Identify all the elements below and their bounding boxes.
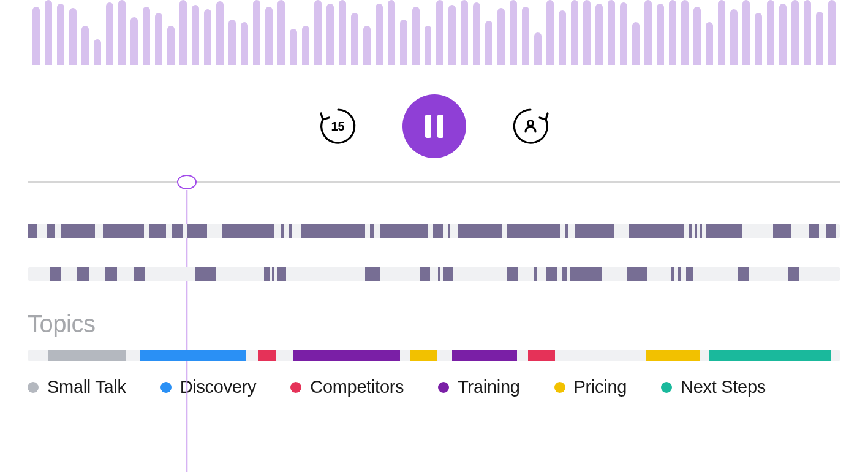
- speech-segment[interactable]: [61, 224, 95, 238]
- topic-segment-discovery[interactable]: [140, 350, 246, 361]
- speech-segment[interactable]: [826, 224, 836, 238]
- speech-segment[interactable]: [700, 224, 702, 238]
- speech-segment[interactable]: [301, 224, 365, 238]
- waveform-bar: [363, 26, 371, 65]
- speech-segment[interactable]: [629, 224, 684, 238]
- speech-segment[interactable]: [689, 224, 693, 238]
- speech-segment[interactable]: [788, 267, 799, 281]
- speech-segment[interactable]: [534, 267, 537, 281]
- legend-item-competitors[interactable]: Competitors: [290, 377, 404, 397]
- pause-button[interactable]: [402, 94, 466, 158]
- speech-segment[interactable]: [149, 224, 166, 238]
- topic-segment-competitors[interactable]: [258, 350, 277, 361]
- speech-segment[interactable]: [187, 224, 207, 238]
- topic-segment-pricing[interactable]: [410, 350, 437, 361]
- speech-segment[interactable]: [433, 224, 443, 238]
- speech-segment[interactable]: [448, 224, 450, 238]
- legend-item-training[interactable]: Training: [438, 377, 519, 397]
- speech-segment[interactable]: [546, 267, 558, 281]
- playhead-handle[interactable]: [177, 175, 197, 189]
- speech-segment[interactable]: [134, 267, 146, 281]
- speech-segment[interactable]: [773, 224, 791, 238]
- waveform-bar: [376, 4, 383, 65]
- legend-item-next_steps[interactable]: Next Steps: [661, 377, 766, 397]
- speech-segment[interactable]: [458, 224, 501, 238]
- waveform-bar: [448, 5, 456, 65]
- legend-label: Next Steps: [681, 377, 766, 397]
- waveform-bar: [755, 13, 762, 65]
- speech-segment[interactable]: [172, 224, 183, 238]
- waveform-bar: [693, 7, 701, 65]
- speech-segment[interactable]: [575, 224, 614, 238]
- waveform-bar: [216, 1, 224, 65]
- waveform-bar: [179, 0, 187, 65]
- waveform-bar: [718, 0, 725, 65]
- speech-segment[interactable]: [380, 224, 429, 238]
- waveform-bar: [32, 7, 40, 65]
- speech-segment[interactable]: [281, 224, 284, 238]
- speech-segment[interactable]: [277, 267, 286, 281]
- speech-segment[interactable]: [671, 267, 675, 281]
- speaker-2-track[interactable]: [28, 267, 840, 281]
- speech-segment[interactable]: [507, 224, 560, 238]
- waveform-bar: [302, 26, 309, 65]
- waveform-bar: [510, 0, 517, 65]
- speech-segment[interactable]: [686, 267, 693, 281]
- speech-segment[interactable]: [678, 267, 681, 281]
- waveform-bar: [742, 0, 750, 65]
- speech-segment[interactable]: [370, 224, 374, 238]
- topic-segment-pricing[interactable]: [646, 350, 700, 361]
- speech-segment[interactable]: [222, 224, 274, 238]
- legend-dot: [661, 382, 672, 393]
- speech-segment[interactable]: [272, 267, 274, 281]
- legend-dot: [554, 382, 565, 393]
- speech-segment[interactable]: [264, 267, 270, 281]
- speech-segment[interactable]: [438, 267, 440, 281]
- skip-to-next-speaker-button[interactable]: [509, 105, 552, 148]
- speech-segment[interactable]: [738, 267, 749, 281]
- speech-segment[interactable]: [627, 267, 647, 281]
- waveform-bar: [436, 0, 443, 65]
- legend-item-small_talk[interactable]: Small Talk: [28, 377, 126, 397]
- speech-segment[interactable]: [105, 267, 117, 281]
- waveform-bar: [779, 4, 787, 65]
- legend-dot: [160, 382, 172, 393]
- legend-item-pricing[interactable]: Pricing: [554, 377, 627, 397]
- speech-segment[interactable]: [103, 224, 143, 238]
- speech-segment[interactable]: [565, 224, 568, 238]
- speech-segment[interactable]: [706, 224, 742, 238]
- speech-segment[interactable]: [562, 267, 567, 281]
- topic-segment-training[interactable]: [452, 350, 517, 361]
- speech-segment[interactable]: [195, 267, 215, 281]
- speech-segment[interactable]: [809, 224, 819, 238]
- svg-point-0: [527, 121, 533, 126]
- legend-dot: [438, 382, 449, 393]
- speech-segment[interactable]: [77, 267, 89, 281]
- waveform-bar: [155, 13, 162, 65]
- speaker-1-track[interactable]: [28, 224, 840, 238]
- topic-segment-small_talk[interactable]: [48, 350, 126, 361]
- topic-segment-next_steps[interactable]: [709, 350, 831, 361]
- speech-segment[interactable]: [47, 224, 56, 238]
- topic-segment-training[interactable]: [293, 350, 400, 361]
- rewind-15-button[interactable]: 15: [317, 105, 360, 148]
- speech-segment[interactable]: [507, 267, 518, 281]
- speech-segment[interactable]: [289, 224, 292, 238]
- speech-segment[interactable]: [443, 267, 453, 281]
- speech-segment[interactable]: [50, 267, 61, 281]
- topics-timeline[interactable]: [28, 350, 840, 361]
- legend-item-discovery[interactable]: Discovery: [160, 377, 257, 397]
- rewind-amount-label: 15: [331, 120, 344, 134]
- legend-label: Discovery: [180, 377, 257, 397]
- legend-dot: [290, 382, 301, 393]
- scrub-timeline[interactable]: [28, 181, 840, 183]
- speech-segment[interactable]: [570, 267, 602, 281]
- speech-segment[interactable]: [365, 267, 380, 281]
- speech-segment[interactable]: [28, 224, 37, 238]
- waveform[interactable]: [32, 0, 836, 65]
- waveform-bar: [669, 0, 676, 65]
- topic-segment-competitors[interactable]: [528, 350, 555, 361]
- speech-segment[interactable]: [695, 224, 697, 238]
- pause-icon: [437, 115, 443, 138]
- speech-segment[interactable]: [420, 267, 430, 281]
